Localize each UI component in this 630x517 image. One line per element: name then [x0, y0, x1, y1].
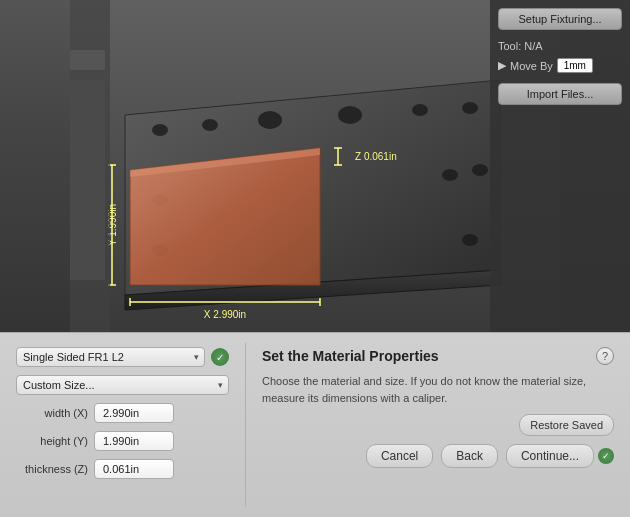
help-icon[interactable]: ?	[596, 347, 614, 365]
move-by-value[interactable]: 1mm	[557, 58, 593, 73]
move-by-label: ▶	[498, 59, 506, 72]
right-info: Set the Material Properties ? Choose the…	[246, 333, 630, 517]
size-dropdown-wrapper[interactable]: Custom Size...	[16, 375, 229, 395]
back-button[interactable]: Back	[441, 444, 498, 468]
width-input[interactable]: 2.990in	[94, 403, 174, 423]
info-description: Choose the material and size. If you do …	[262, 373, 614, 406]
info-title: Set the Material Properties	[262, 348, 439, 364]
right-panel: Setup Fixturing... Tool: N/A ▶ Move By 1…	[490, 0, 630, 340]
action-buttons: Cancel Back Continue... ✓	[262, 444, 614, 468]
continue-row: Continue... ✓	[506, 444, 614, 468]
size-row: Custom Size...	[16, 375, 229, 395]
thickness-row: thickness (Z) 0.061in	[16, 459, 229, 479]
info-header: Set the Material Properties ?	[262, 347, 614, 365]
import-files-button[interactable]: Import Files...	[498, 83, 622, 105]
width-row: width (X) 2.990in	[16, 403, 229, 423]
bottom-panel: Single Sided FR1 L2 ✓ Custom Size... wid…	[0, 332, 630, 517]
tool-label: Tool: N/A	[498, 40, 622, 52]
size-dropdown[interactable]: Custom Size...	[16, 375, 229, 395]
move-by-text: Move By	[510, 60, 553, 72]
height-label: height (Y)	[16, 435, 88, 447]
restore-saved-button[interactable]: Restore Saved	[519, 414, 614, 436]
height-input[interactable]: 1.990in	[94, 431, 174, 451]
width-label: width (X)	[16, 407, 88, 419]
material-row: Single Sided FR1 L2 ✓	[16, 347, 229, 367]
setup-fixturing-button[interactable]: Setup Fixturing...	[498, 8, 622, 30]
material-dropdown[interactable]: Single Sided FR1 L2	[16, 347, 205, 367]
thickness-label: thickness (Z)	[16, 463, 88, 475]
cancel-button[interactable]: Cancel	[366, 444, 433, 468]
continue-checkmark-icon: ✓	[598, 448, 614, 464]
left-controls: Single Sided FR1 L2 ✓ Custom Size... wid…	[0, 333, 245, 517]
material-checkmark-icon: ✓	[211, 348, 229, 366]
material-dropdown-wrapper[interactable]: Single Sided FR1 L2	[16, 347, 205, 367]
height-row: height (Y) 1.990in	[16, 431, 229, 451]
continue-button[interactable]: Continue...	[506, 444, 594, 468]
thickness-input[interactable]: 0.061in	[94, 459, 174, 479]
